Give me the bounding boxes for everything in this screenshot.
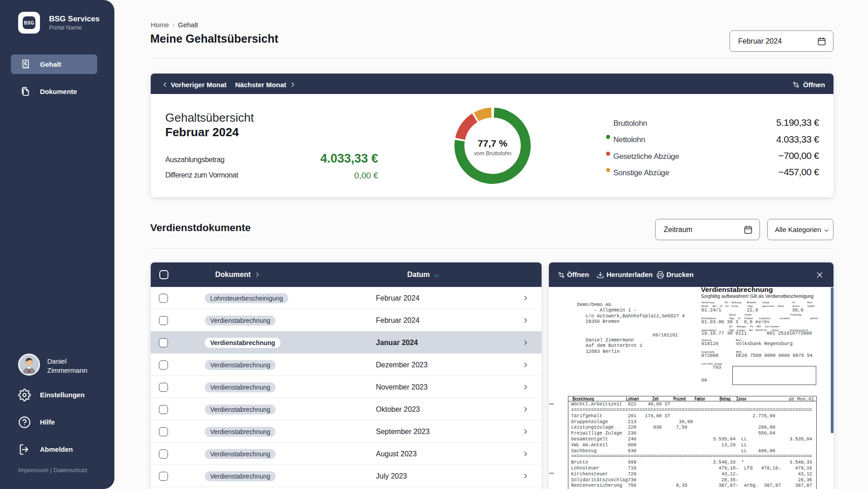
svg-text:€: €: [24, 60, 27, 67]
